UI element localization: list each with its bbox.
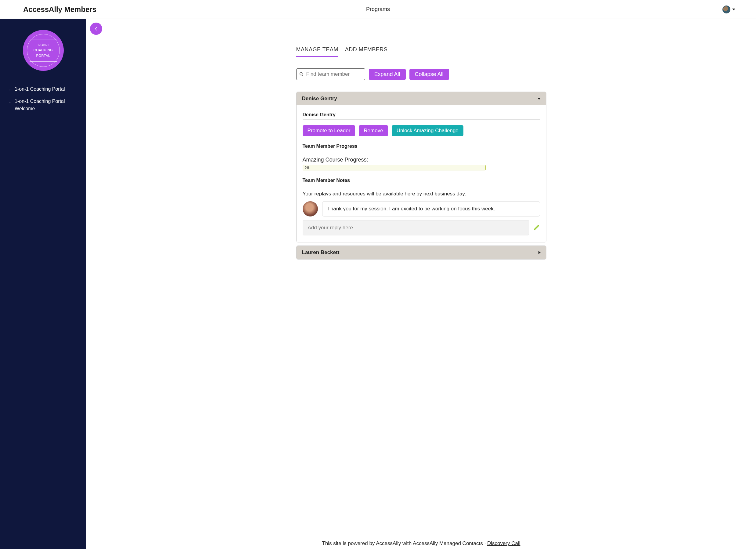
- expand-all-button[interactable]: Expand All: [369, 69, 406, 80]
- search-input[interactable]: [296, 68, 365, 80]
- reply-input[interactable]: [303, 220, 529, 235]
- chevron-left-icon: [94, 27, 98, 31]
- note-avatar: [303, 201, 318, 216]
- chevron-right-icon: [538, 251, 541, 254]
- collapse-all-button[interactable]: Collapse All: [409, 69, 449, 80]
- notes-heading: Team Member Notes: [303, 178, 540, 185]
- member-name-heading: Denise Gentry: [303, 112, 540, 120]
- svg-line-1: [302, 75, 303, 76]
- portal-badge-text: 1-ON-1 COACHING PORTAL: [34, 42, 53, 59]
- team-member-header[interactable]: Lauren Beckett: [297, 246, 546, 259]
- sidebar-collapse-button[interactable]: [90, 23, 102, 35]
- notes-intro: Your replays and resources will be avail…: [303, 191, 540, 197]
- pencil-icon[interactable]: [533, 224, 540, 231]
- sidebar: 1-ON-1 COACHING PORTAL 1-on-1 Coaching P…: [0, 19, 86, 549]
- nav-programs[interactable]: Programs: [366, 6, 390, 13]
- promote-leader-button[interactable]: Promote to Leader: [303, 125, 355, 136]
- search-wrap: [296, 68, 365, 80]
- tab-manage-team[interactable]: MANAGE TEAM: [296, 46, 338, 57]
- progress-bar: 0%: [303, 165, 486, 170]
- search-icon: [299, 72, 304, 76]
- team-member-name: Lauren Beckett: [302, 249, 340, 255]
- progress-heading: Team Member Progress: [303, 143, 540, 151]
- topbar: AccessAlly Members Programs: [0, 0, 756, 19]
- team-member-panel: Lauren Beckett: [296, 245, 546, 259]
- team-member-header[interactable]: Denise Gentry: [297, 92, 546, 105]
- portal-badge: 1-ON-1 COACHING PORTAL: [23, 30, 64, 71]
- footer-link[interactable]: Discovery Call: [487, 540, 520, 546]
- progress-label: Amazing Course Progress:: [303, 157, 540, 163]
- site-title: AccessAlly Members: [23, 5, 96, 14]
- sidebar-item-welcome[interactable]: 1-on-1 Coaching Portal Welcome: [6, 95, 80, 115]
- team-member-panel: Denise Gentry Denise Gentry Promote to L…: [296, 92, 546, 242]
- team-member-name: Denise Gentry: [302, 96, 337, 102]
- note-message: Thank you for my session. I am excited t…: [322, 201, 540, 216]
- footer: This site is powered by AccessAlly with …: [86, 540, 756, 547]
- tab-add-members[interactable]: ADD MEMBERS: [345, 46, 388, 57]
- footer-text: This site is powered by AccessAlly with …: [322, 540, 487, 546]
- chevron-down-icon: [732, 9, 735, 10]
- main-content: MANAGE TEAM ADD MEMBERS Expand All Colla…: [86, 19, 756, 549]
- chevron-down-icon: [538, 98, 541, 100]
- unlock-challenge-button[interactable]: Unlock Amazing Challenge: [392, 125, 463, 136]
- avatar: [722, 5, 730, 13]
- user-menu[interactable]: [722, 5, 754, 13]
- sidebar-item-portal[interactable]: 1-on-1 Coaching Portal: [6, 83, 80, 95]
- remove-button[interactable]: Remove: [359, 125, 388, 136]
- tabs: MANAGE TEAM ADD MEMBERS: [296, 46, 546, 57]
